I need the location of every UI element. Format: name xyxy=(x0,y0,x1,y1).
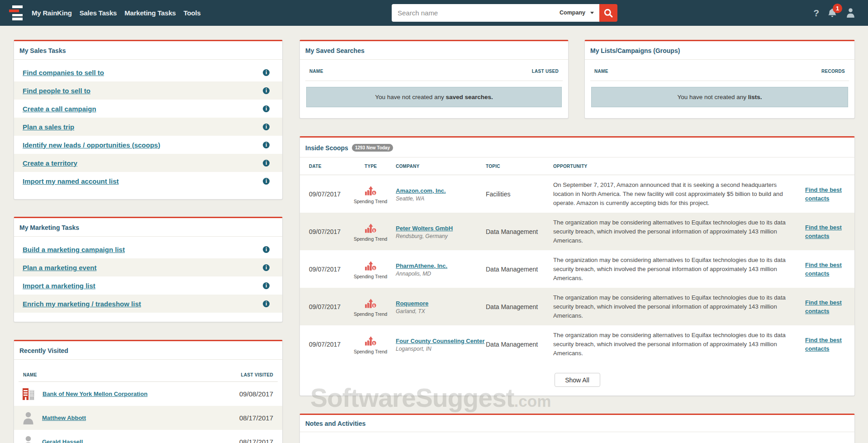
svg-text:$: $ xyxy=(373,228,375,232)
svg-text:$: $ xyxy=(373,341,375,345)
svg-text:$: $ xyxy=(373,266,375,270)
svg-text:$: $ xyxy=(373,303,375,307)
svg-text:$: $ xyxy=(373,191,375,195)
